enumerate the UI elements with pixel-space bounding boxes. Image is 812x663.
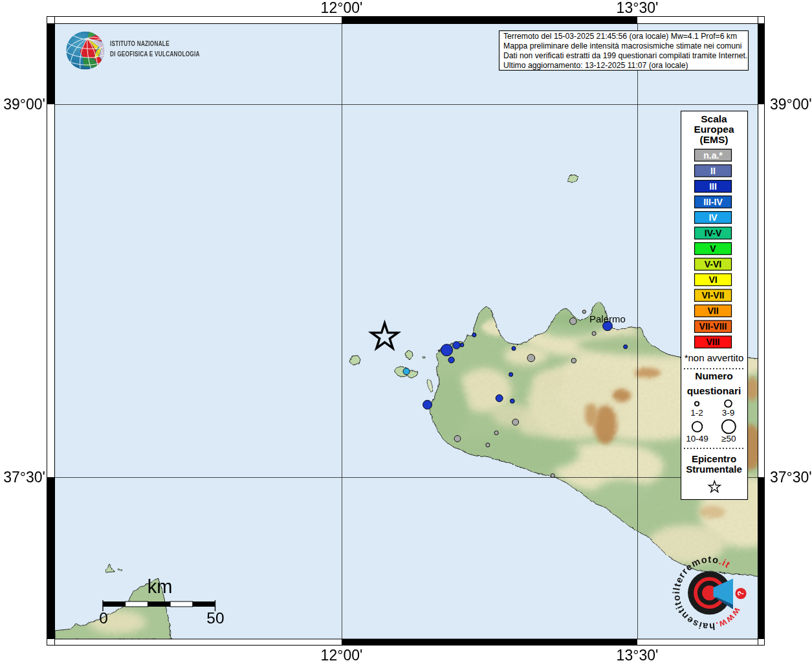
svg-text:V: V	[710, 243, 716, 254]
svg-text:3-9: 3-9	[722, 408, 735, 418]
svg-text:Numero: Numero	[695, 370, 733, 381]
svg-text:VII: VII	[707, 306, 718, 316]
svg-text:Epicentro: Epicentro	[692, 453, 736, 464]
svg-text:Mappa preliminare delle intens: Mappa preliminare delle intensità macros…	[503, 41, 742, 51]
svg-text:IV: IV	[708, 212, 718, 223]
svg-text:12°00': 12°00'	[321, 647, 363, 663]
svg-text:37°30': 37°30'	[770, 469, 812, 486]
svg-text:V-VI: V-VI	[705, 259, 721, 269]
svg-text:questionari: questionari	[687, 385, 741, 396]
svg-text:Palermo: Palermo	[589, 313, 626, 324]
svg-text:VIII: VIII	[706, 337, 719, 347]
svg-text:0: 0	[99, 609, 108, 627]
svg-text:39°00': 39°00'	[770, 96, 812, 113]
svg-text:39°00': 39°00'	[3, 96, 45, 113]
svg-text:12°00': 12°00'	[321, 0, 363, 16]
svg-text:50: 50	[206, 609, 224, 627]
svg-text:n.a.*: n.a.*	[703, 150, 723, 161]
svg-text:III: III	[709, 181, 717, 192]
svg-text:Terremoto del 15-03-2025 21:45: Terremoto del 15-03-2025 21:45:56 (ora l…	[503, 32, 737, 41]
svg-text:Ultimo aggiornamento: 13-12-20: Ultimo aggiornamento: 13-12-2025 11:07 (…	[503, 61, 688, 70]
svg-text:ISTITUTO NAZIONALE: ISTITUTO NAZIONALE	[110, 39, 170, 47]
svg-text:III-IV: III-IV	[703, 197, 723, 207]
svg-text:≥50: ≥50	[721, 434, 736, 444]
svg-text:10-49: 10-49	[686, 434, 708, 444]
svg-text:DI GEOFISICA E VULCANOLOGIA: DI GEOFISICA E VULCANOLOGIA	[110, 50, 200, 58]
svg-text:VI: VI	[708, 275, 717, 285]
svg-text:37°30': 37°30'	[3, 469, 45, 486]
svg-text:IV-V: IV-V	[705, 228, 722, 238]
svg-text:km: km	[148, 576, 173, 597]
svg-text:VII-VIII: VII-VIII	[699, 321, 727, 332]
svg-text:II: II	[710, 166, 716, 176]
svg-text:Scala: Scala	[701, 113, 727, 124]
svg-text:13°30': 13°30'	[617, 0, 659, 16]
svg-text:13°30': 13°30'	[617, 647, 659, 663]
svg-text:Dati non verificati estratti d: Dati non verificati estratti da 199 ques…	[503, 51, 747, 60]
svg-text:1-2: 1-2	[690, 408, 703, 418]
svg-text:VI-VII: VI-VII	[701, 290, 724, 300]
svg-text:Europea: Europea	[694, 124, 734, 135]
svg-text:?: ?	[736, 591, 746, 596]
svg-text:(EMS): (EMS)	[700, 134, 729, 145]
svg-text:Strumentale: Strumentale	[686, 464, 742, 475]
svg-text:*non avvertito: *non avvertito	[685, 352, 744, 363]
